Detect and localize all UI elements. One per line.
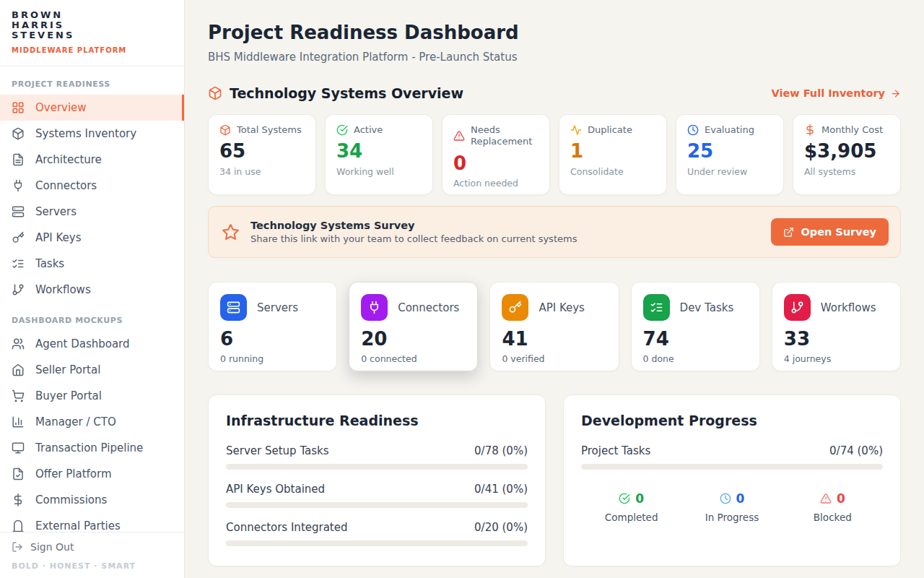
sidebar-item-label: Tasks xyxy=(35,257,64,270)
dev-stat-label: Blocked xyxy=(783,512,883,523)
sidebar-item-servers[interactable]: Servers xyxy=(0,199,184,225)
sidebar-item-label: Systems Inventory xyxy=(35,127,136,140)
brand-logo: BROWN HARRIS STEVENS MIDDLEWARE PLATFORM xyxy=(0,0,184,64)
resource-label: Dev Tasks xyxy=(680,301,734,314)
server-icon xyxy=(12,205,25,218)
brand-tagline: BOLD · HONEST · SMART xyxy=(12,561,173,571)
sidebar-item-workflows[interactable]: Workflows xyxy=(0,277,184,303)
sidebar-item-overview[interactable]: Overview xyxy=(0,95,184,121)
stat-label: Evaluating xyxy=(705,124,754,136)
survey-title: Technology Systems Survey xyxy=(250,220,577,231)
alert-triangle-icon xyxy=(453,130,465,142)
resource-label: Servers xyxy=(257,301,298,314)
stat-card-monthly-cost: Monthly Cost $3,905 All systems xyxy=(793,114,901,195)
section-title: Technology Systems Overview xyxy=(230,85,463,101)
sidebar-item-connectors[interactable]: Connectors xyxy=(0,173,184,199)
stat-sub: 34 in use xyxy=(219,166,305,177)
resource-card-workflows[interactable]: Workflows 33 4 journeys xyxy=(772,282,901,371)
plug-icon xyxy=(367,301,381,314)
check-circle-icon xyxy=(336,124,348,136)
panel-title: Development Progress xyxy=(581,413,883,428)
sidebar-item-label: Seller Portal xyxy=(35,363,100,376)
cart-icon xyxy=(12,389,25,402)
sidebar-item-label: External Parties xyxy=(35,519,121,532)
sidebar-item-label: API Keys xyxy=(35,231,82,244)
workflow-badge xyxy=(784,294,811,321)
resource-sub: 4 journeys xyxy=(784,353,889,364)
stat-sub: Consolidate xyxy=(570,166,655,177)
sign-out-button[interactable]: Sign Out xyxy=(12,541,173,553)
panel-title: Infrastructure Readiness xyxy=(226,413,528,428)
progress-label: Connectors Integrated xyxy=(226,521,348,534)
sidebar-item-buyer-portal[interactable]: Buyer Portal xyxy=(0,383,184,409)
users-icon xyxy=(12,337,25,350)
progress-row-server-setup: Server Setup Tasks 0/78 (0%) xyxy=(226,444,528,470)
sidebar-item-label: Connectors xyxy=(35,179,97,192)
brand-subtitle: MIDDLEWARE PLATFORM xyxy=(12,46,167,54)
stat-card-total-systems: Total Systems 65 34 in use xyxy=(208,114,316,195)
stat-sub: All systems xyxy=(804,166,889,177)
resource-card-servers[interactable]: Servers 6 0 running xyxy=(208,282,337,371)
external-link-icon xyxy=(783,227,794,238)
sidebar-item-tasks[interactable]: Tasks xyxy=(0,251,184,277)
infrastructure-readiness-panel: Infrastructure Readiness Server Setup Ta… xyxy=(208,394,546,566)
stat-label: Active xyxy=(354,124,383,136)
resource-sub: 0 running xyxy=(220,353,325,364)
package-icon xyxy=(219,124,231,136)
stat-label: Duplicate xyxy=(588,124,632,136)
resource-cards-row: Servers 6 0 running Connectors 20 0 conn… xyxy=(208,282,901,371)
bottom-panels: Infrastructure Readiness Server Setup Ta… xyxy=(208,394,901,566)
overview-section-header: Technology Systems Overview View Full In… xyxy=(208,85,901,101)
stat-value: 34 xyxy=(336,141,422,162)
sidebar-item-systems-inventory[interactable]: Systems Inventory xyxy=(0,121,184,147)
dollar-icon xyxy=(804,124,816,136)
sidebar-item-label: Architecture xyxy=(35,153,102,166)
git-branch-icon xyxy=(12,283,25,296)
sidebar-item-api-keys[interactable]: API Keys xyxy=(0,225,184,251)
sidebar-item-manager-cto[interactable]: Manager / CTO xyxy=(0,409,184,435)
dev-stat-value: 0 xyxy=(736,491,745,506)
sidebar-item-offer-platform[interactable]: Offer Platform xyxy=(0,461,184,487)
open-survey-button[interactable]: Open Survey xyxy=(771,218,889,246)
stat-card-active: Active 34 Working well xyxy=(325,114,433,195)
stat-sub: Working well xyxy=(336,166,422,177)
key-icon xyxy=(12,231,25,244)
resource-sub: 0 done xyxy=(643,353,748,364)
sidebar-item-seller-portal[interactable]: Seller Portal xyxy=(0,357,184,383)
nav-section-label: DASHBOARD MOCKUPS xyxy=(0,309,184,331)
sidebar-item-agent-dashboard[interactable]: Agent Dashboard xyxy=(0,331,184,357)
key-icon xyxy=(508,301,522,314)
stat-label: Total Systems xyxy=(237,124,302,136)
plug-icon xyxy=(12,179,25,192)
dev-stat-in-progress: 0 In Progress xyxy=(681,491,782,523)
git-branch-icon xyxy=(790,301,804,314)
stat-card-evaluating: Evaluating 25 Under review xyxy=(676,114,784,195)
sidebar-nav: PROJECT READINESS Overview Systems Inven… xyxy=(0,66,184,532)
resource-value: 33 xyxy=(784,329,889,349)
sidebar-item-label: Overview xyxy=(35,101,87,114)
sidebar-item-transaction-pipeline[interactable]: Transaction Pipeline xyxy=(0,435,184,461)
stat-value: 25 xyxy=(687,141,772,162)
resource-label: API Keys xyxy=(539,301,585,314)
home-icon xyxy=(12,363,25,376)
tasks-badge xyxy=(643,294,670,321)
building-icon xyxy=(12,519,25,532)
sidebar-item-architecture[interactable]: Architecture xyxy=(0,147,184,173)
resource-card-api-keys[interactable]: API Keys 41 0 verified xyxy=(489,282,619,371)
package-icon xyxy=(208,86,222,100)
progress-row-project-tasks: Project Tasks 0/74 (0%) xyxy=(581,444,883,470)
sidebar-item-commissions[interactable]: Commissions xyxy=(0,487,184,513)
resource-card-dev-tasks[interactable]: Dev Tasks 74 0 done xyxy=(631,282,760,371)
brand-line: STEVENS xyxy=(12,30,167,40)
brand-line: HARRIS xyxy=(12,20,167,30)
sidebar-item-external-parties[interactable]: External Parties xyxy=(0,513,184,532)
star-icon xyxy=(222,223,240,241)
sidebar-item-label: Offer Platform xyxy=(35,467,112,480)
view-full-inventory-link[interactable]: View Full Inventory xyxy=(771,87,901,99)
resource-value: 74 xyxy=(643,329,748,349)
bar-chart-icon xyxy=(12,415,25,428)
arrow-right-icon xyxy=(890,88,901,99)
resource-card-connectors[interactable]: Connectors 20 0 connected xyxy=(349,282,478,371)
stat-value: 0 xyxy=(453,153,539,174)
server-icon xyxy=(227,301,240,314)
